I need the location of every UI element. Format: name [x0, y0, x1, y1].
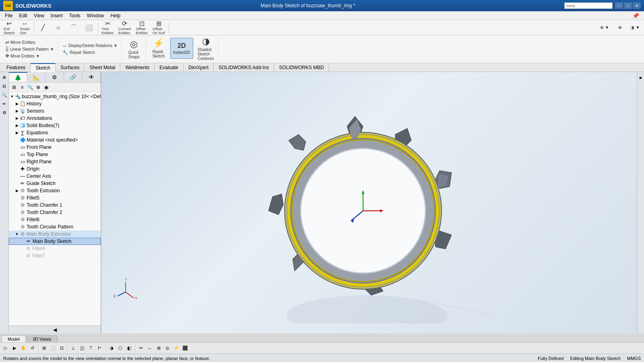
btm-zoom-sel[interactable]: ⊡: [58, 344, 66, 352]
rapid-sketch-button[interactable]: ⚡ RapidSketch: [149, 38, 169, 59]
tab-weldments[interactable]: Weldments: [120, 63, 155, 72]
tab-surfaces[interactable]: Surfaces: [56, 63, 85, 72]
annotations-expand[interactable]: ▶: [14, 116, 19, 121]
tab-dimxpert[interactable]: DimXpert: [184, 63, 214, 72]
hide-show[interactable]: 👁: [613, 21, 627, 34]
tree-root[interactable]: ▼ 🔩 buzzsaw_thumb_ring (Size 10< <Defaul…: [9, 93, 101, 100]
tree-item-top-plane[interactable]: ▭ Top Plane: [9, 151, 101, 158]
tree-item-history[interactable]: ▶ 📋 History: [9, 100, 101, 107]
tree-tb-search[interactable]: 🔍: [27, 84, 34, 91]
te-expand[interactable]: ▶: [14, 188, 19, 193]
tree-item-fillet6[interactable]: ⚙ Fillet6: [9, 216, 101, 223]
tree-tb-eye[interactable]: ◉: [43, 84, 50, 91]
tree-collapse-btn[interactable]: ◀: [9, 325, 101, 333]
convert-entities-button[interactable]: ⟳ ConvertEntities: [116, 21, 133, 34]
btm-dynamic[interactable]: ⚡: [172, 344, 180, 352]
tree-item-origin[interactable]: ✚ Origin: [9, 165, 101, 173]
btm-rotate[interactable]: ↺: [28, 344, 36, 352]
tree-item-sensors[interactable]: ▶ 📡 Sensors: [9, 107, 101, 115]
viewport[interactable]: X Y Z: [101, 72, 637, 333]
tree-item-circular-pattern[interactable]: ⚙ Tooth Circular Pattern: [9, 223, 101, 230]
tree-item-equations[interactable]: ▶ ∑ Equations: [9, 129, 101, 136]
tree-item-fillet5[interactable]: ⚙ Fillet5: [9, 194, 101, 202]
quick-snap-button[interactable]: ◎ QuickSnaps: [124, 39, 144, 60]
tree-item-right-plane[interactable]: ▭ Right Plane: [9, 158, 101, 165]
history-expand[interactable]: ▶: [14, 101, 19, 106]
solid-expand[interactable]: ▶: [14, 123, 19, 128]
tree-item-main-body-sketch[interactable]: ✏ Main Body Sketch: [9, 238, 101, 245]
arc-button[interactable]: ⌒: [66, 21, 81, 34]
sensors-expand[interactable]: ▶: [14, 109, 19, 113]
circle-button[interactable]: ○: [51, 21, 66, 34]
dd-arrow[interactable]: ▼: [114, 43, 118, 48]
offset-entities-button[interactable]: ⊡ OffsetEntities: [134, 21, 150, 34]
btm-pan[interactable]: ✋: [19, 344, 27, 352]
tree-item-tooth-extrusion[interactable]: ▶ ⚙ Tooth Extrusion: [9, 187, 101, 194]
left-icon-4[interactable]: ✏: [1, 100, 8, 107]
tab-model[interactable]: Model: [2, 335, 26, 342]
move-entities-button[interactable]: ✥ Move Entities ▼: [3, 53, 56, 59]
btm-snap[interactable]: ◎: [163, 344, 171, 352]
shaded-sketch-button[interactable]: ◑ ShadedSketchContours: [195, 38, 217, 59]
tree-tab-dimxpert[interactable]: 🔗: [64, 72, 83, 82]
offset-on-surface-button[interactable]: ⊞ OffsetOn Surf: [151, 21, 167, 34]
restore-button[interactable]: □: [624, 2, 632, 9]
tree-item-chamfer2[interactable]: ⚙ Tooth Chamfer 2: [9, 209, 101, 216]
menu-file[interactable]: File: [2, 12, 16, 19]
exit-sketch-button[interactable]: ↩ ExitSketch: [2, 21, 17, 34]
btm-zoom-in[interactable]: ▶: [10, 344, 19, 352]
display-style[interactable]: ◑ ▼: [628, 21, 642, 34]
btm-top-view[interactable]: ⊤: [87, 344, 95, 352]
tree-item-chamfer1[interactable]: ⚙ Tooth Chamfer 1: [9, 202, 101, 209]
btm-wireframe[interactable]: ⬡: [116, 344, 124, 352]
tree-item-fillet7[interactable]: ⚙ Fillet7: [9, 252, 101, 259]
tab-evaluate[interactable]: Evaluate: [155, 63, 184, 72]
btm-sketch-rel[interactable]: ↔: [146, 344, 154, 352]
tree-item-solid-bodies[interactable]: ▶ 🧊 Solid Bodies(7): [9, 122, 101, 129]
trim-entities-button[interactable]: ✂ TrimEntities: [100, 21, 116, 34]
btm-rapid[interactable]: ⬛: [181, 344, 189, 352]
close-button[interactable]: ✕: [633, 2, 641, 9]
btm-grid[interactable]: ⊞: [155, 344, 163, 352]
menu-insert[interactable]: Insert: [47, 12, 66, 19]
rectangle-button[interactable]: ⬜: [82, 21, 96, 34]
btm-sketch-disp[interactable]: ✏: [137, 344, 145, 352]
tree-item-annotations[interactable]: ▶ 🏷 Annotations: [9, 115, 101, 122]
menu-window[interactable]: Window: [84, 12, 107, 19]
search-input[interactable]: [564, 2, 613, 9]
root-expand[interactable]: ▼: [10, 94, 14, 99]
btm-select[interactable]: ▷: [2, 344, 10, 352]
tree-tab-display[interactable]: 👁: [82, 72, 101, 82]
tree-item-material[interactable]: 🔷 Material <not specified>: [9, 136, 101, 144]
tree-item-main-body-ext[interactable]: ▼ ⚙ Main Body Extrusion: [9, 230, 101, 238]
tab-features[interactable]: Features: [2, 63, 31, 72]
tree-tab-feature[interactable]: 🌲: [9, 72, 27, 82]
instant2d-button[interactable]: 2D Instant2D: [170, 38, 193, 59]
left-icon-5[interactable]: ⚙: [1, 109, 8, 116]
btm-right-view[interactable]: ⊢: [96, 344, 104, 352]
eq-expand[interactable]: ▶: [14, 130, 19, 135]
menu-edit[interactable]: Edit: [16, 12, 31, 19]
menu-view[interactable]: View: [31, 12, 47, 19]
tree-tb-list[interactable]: ≡: [19, 84, 26, 91]
tree-item-center-axis[interactable]: — Center Axis: [9, 173, 101, 180]
tree-tb-expand[interactable]: ⊞: [10, 84, 18, 91]
tree-tab-property[interactable]: 📐: [27, 72, 46, 82]
linear-pattern-button[interactable]: ⣿ Linear Sketch Pattern ▼: [3, 46, 56, 52]
pin-icon[interactable]: 📌: [629, 12, 642, 20]
tree-item-front-plane[interactable]: ▭ Front Plane: [9, 144, 101, 151]
tree-item-fillet4[interactable]: ⚙ Fillet4: [9, 245, 101, 252]
left-icon-3[interactable]: 🔍: [1, 91, 8, 99]
mirror-entities-button[interactable]: ⇌ Mirror Entities: [3, 39, 56, 45]
minimize-button[interactable]: ─: [615, 2, 623, 9]
move-arrow[interactable]: ▼: [36, 54, 40, 58]
smart-dimension-button[interactable]: ↔ SmartDim: [18, 21, 32, 34]
linear-pattern-arrow[interactable]: ▼: [50, 47, 54, 51]
btm-zoom-area[interactable]: ⬜: [49, 344, 57, 352]
tab-sheet-metal[interactable]: Sheet Metal: [85, 63, 120, 72]
btm-shaded[interactable]: ◑: [107, 344, 116, 352]
tab-mbd[interactable]: SOLIDWORKS MBD: [274, 63, 329, 72]
tab-sketch[interactable]: Sketch: [31, 63, 56, 72]
mbe-expand[interactable]: ▼: [14, 232, 19, 237]
btm-normal-to[interactable]: ⊥: [69, 344, 77, 352]
